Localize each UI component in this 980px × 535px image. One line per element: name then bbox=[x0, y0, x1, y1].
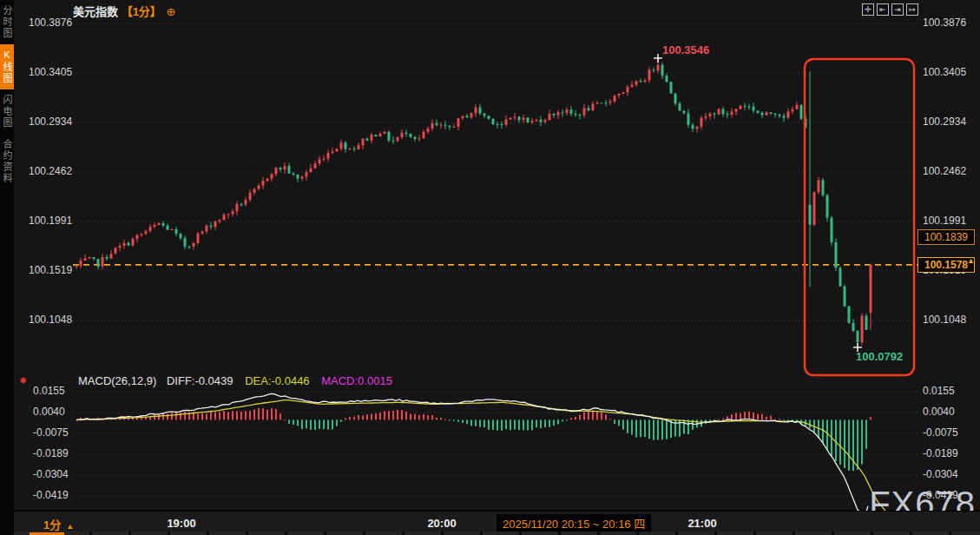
sidebar: 分时图K线图闪电图合约资料 bbox=[0, 0, 14, 535]
axis-label: 0.0155 bbox=[33, 385, 78, 397]
axis-label: -0.0419 bbox=[33, 489, 78, 501]
chart-toolbar: ✛⇤⇥↦ bbox=[862, 3, 918, 16]
axis-label: -0.0189 bbox=[923, 447, 958, 459]
time-scrollbar-track[interactable] bbox=[14, 532, 980, 535]
macd-macd-value: MACD:0.0015 bbox=[321, 374, 392, 387]
axis-label: 100.1048 bbox=[29, 314, 74, 326]
axis-label: 100.1519 bbox=[29, 264, 74, 276]
goto-latest-icon[interactable]: ↦ bbox=[906, 3, 918, 16]
candlestick-chart[interactable] bbox=[0, 0, 980, 535]
axis-label: 100.3405 bbox=[923, 66, 966, 78]
session-low-label: 100.0792 bbox=[856, 350, 903, 363]
axis-label: 100.2934 bbox=[29, 116, 74, 128]
axis-label: 0.0040 bbox=[33, 406, 78, 418]
axis-label: -0.0075 bbox=[923, 426, 958, 439]
axis-label: -0.0304 bbox=[33, 468, 78, 480]
trading-app: 分时图K线图闪电图合约资料 美元指数 【1分】 ⊕ ✛⇤⇥↦ 100.1839 … bbox=[0, 0, 980, 535]
time-axis-label: 20:00 bbox=[427, 517, 456, 530]
axis-label: 100.1991 bbox=[923, 215, 966, 227]
axis-label: -0.0075 bbox=[33, 426, 78, 439]
axis-label: 100.3876 bbox=[923, 17, 966, 29]
chart-header: 美元指数 【1分】 ⊕ bbox=[73, 3, 175, 18]
sidebar-tab-2[interactable]: K线图 bbox=[0, 44, 14, 89]
axis-label: -0.0304 bbox=[923, 468, 958, 480]
session-high-label: 100.3546 bbox=[662, 43, 709, 56]
axis-label: 100.3405 bbox=[29, 66, 74, 78]
axis-label: 100.2934 bbox=[923, 116, 966, 128]
axis-label: 100.1991 bbox=[29, 215, 74, 227]
sidebar-tab-4[interactable]: 合约资料 bbox=[0, 134, 14, 189]
dropdown-arrow-icon: ▲ bbox=[66, 522, 74, 531]
time-axis-bar: 1分▲ 2025/11/20 20:15 ~ 20:16 四 19:0020:0… bbox=[14, 511, 980, 535]
macd-dea-value: DEA:-0.0446 bbox=[245, 374, 309, 387]
pan-icon[interactable]: ✛ bbox=[862, 3, 874, 16]
interval-selector[interactable]: 1分▲ bbox=[43, 516, 74, 532]
axis-label: 100.2462 bbox=[29, 165, 74, 177]
macd-params-label: MACD(26,12,9) bbox=[78, 374, 156, 387]
price-marker-arrow-icon: ▲ bbox=[967, 256, 975, 265]
sidebar-tab-1[interactable]: 分时图 bbox=[0, 0, 14, 44]
symbol-title: 美元指数 bbox=[73, 5, 118, 18]
axis-label: 100.3876 bbox=[29, 17, 74, 29]
macd-settings-icon[interactable]: ✹ bbox=[19, 375, 27, 386]
secondary-price-tag: 100.1839 bbox=[918, 229, 975, 245]
settings-icon[interactable]: ⊕ bbox=[167, 5, 176, 18]
compress-left-icon[interactable]: ⇤ bbox=[877, 3, 889, 16]
axis-label: 100.2462 bbox=[923, 165, 966, 177]
axis-label: -0.0189 bbox=[33, 447, 78, 459]
axis-label: 0.0155 bbox=[923, 385, 955, 397]
compress-right-icon[interactable]: ⇥ bbox=[891, 3, 904, 16]
interval-selector-label: 1分 bbox=[43, 518, 61, 532]
time-axis-label: 21:00 bbox=[687, 517, 716, 530]
axis-label: 100.1048 bbox=[923, 314, 966, 326]
macd-diff-value: DIFF:-0.0439 bbox=[167, 374, 233, 387]
interval-tag: 【1分】 bbox=[122, 5, 161, 18]
macd-header: MACD(26,12,9) DIFF:-0.0439 DEA:-0.0446 M… bbox=[78, 374, 392, 387]
candle-time-range: 2025/11/20 20:15 ~ 20:16 四 bbox=[497, 514, 651, 532]
axis-label: 0.0040 bbox=[923, 406, 955, 418]
time-axis-label: 19:00 bbox=[167, 517, 195, 530]
sidebar-tab-3[interactable]: 闪电图 bbox=[0, 89, 14, 134]
